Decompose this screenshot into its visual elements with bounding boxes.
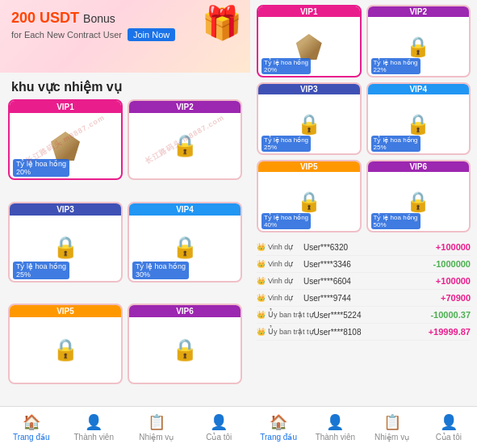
act-badge-icon-1: 👑: [257, 243, 266, 251]
rvip-card-4[interactable]: VIP4 🔒 Tỷ lệ hoa hồng25%: [366, 82, 471, 155]
rvip-card-6[interactable]: VIP6 🔒 Tỷ lệ hoa hồng50%: [366, 160, 471, 232]
rvip-card-3[interactable]: VIP3 🔒 Tỷ lệ hoa hồng25%: [257, 82, 362, 155]
left-panel: 200 USDT Bonus for Each New Contract Use…: [0, 0, 250, 448]
act-user-3: User****6604: [303, 277, 414, 286]
act-badge-text-3: Vinh dự: [268, 277, 293, 285]
bottom-nav-left: 🏠 Trang đầu 👤 Thành viên 📋 Nhiệm vụ 👤 Củ…: [0, 406, 250, 448]
profile-icon-right: 👤: [440, 413, 458, 431]
banner-bonus: Bonus: [83, 12, 115, 25]
vip-card-2[interactable]: VIP2 🔒 长江路码头 m8887.com: [128, 99, 242, 180]
nav-home-left[interactable]: 🏠 Trang đầu: [0, 407, 63, 448]
rvip5-label: Tỷ lệ hoa hồng40%: [262, 213, 311, 229]
rvip3-label: Tỷ lệ hoa hồng25%: [262, 136, 311, 152]
act-badge-text-5: Ủy ban trật tự: [268, 311, 314, 319]
profile-icon-left: 👤: [210, 413, 228, 431]
activity-row-3: 👑 Vinh dự User****6604 +100000: [257, 273, 471, 290]
vip-card-6[interactable]: VIP6 🔒: [128, 304, 242, 384]
nav-mission-left[interactable]: 📋 Nhiệm vụ: [125, 407, 188, 448]
vip1-label: Tỷ lệ hoa hồng20%: [13, 159, 69, 177]
act-badge-text-2: Vinh dự: [268, 260, 293, 268]
vip1-diamond: [51, 132, 80, 161]
act-badge-icon-4: 👑: [257, 294, 266, 302]
rvip4-lock-icon: 🔒: [406, 113, 430, 136]
act-amount-3: +100000: [414, 276, 471, 286]
vip-card-1[interactable]: VIP1 Tỷ lệ hoa hồng20% 长江路码头 m8887.com: [8, 99, 123, 180]
join-now-button[interactable]: Join Now: [128, 28, 175, 41]
nav-member-right[interactable]: 👤 Thành viên: [307, 407, 363, 448]
nav-home-right[interactable]: 🏠 Trang đầu: [250, 407, 307, 448]
nav-member-left[interactable]: 👤 Thành viên: [63, 407, 126, 448]
nav-profile-label-left: Của tôi: [206, 433, 232, 442]
mission-icon-right: 📋: [383, 413, 401, 431]
vip-card-5[interactable]: VIP5 🔒: [8, 304, 123, 384]
act-badge-4: 👑 Vinh dự: [257, 294, 303, 302]
rvip5-badge: VIP5: [258, 161, 360, 172]
act-badge-icon-5: 👑: [257, 311, 266, 319]
nav-home-label-left: Trang đầu: [13, 433, 50, 442]
act-badge-3: 👑 Vinh dự: [257, 277, 303, 285]
act-user-6: User****8108: [314, 328, 414, 337]
act-badge-text-4: Vinh dự: [268, 294, 293, 302]
act-badge-text-6: Ủy ban trật tự: [268, 328, 314, 336]
rvip1-diamond: [296, 34, 322, 60]
act-user-1: User***6320: [303, 243, 414, 252]
vip4-label: Tỷ lệ hoa hồng30%: [132, 262, 189, 279]
rvip-card-1[interactable]: VIP1 Tỷ lệ hoa hồng20%: [257, 5, 362, 77]
home-icon-right: 🏠: [270, 413, 287, 431]
rvip3-lock-icon: 🔒: [297, 113, 321, 136]
rvip-card-5[interactable]: VIP5 🔒 Tỷ lệ hoa hồng40%: [257, 160, 362, 232]
nav-member-label-right: Thành viên: [316, 433, 355, 442]
act-amount-1: +100000: [414, 242, 471, 252]
activity-row-4: 👑 Vinh dự User****9744 +70900: [257, 290, 471, 307]
act-user-5: User****5224: [314, 311, 414, 320]
banner: 200 USDT Bonus for Each New Contract Use…: [0, 0, 250, 73]
vip5-badge: VIP5: [10, 305, 121, 317]
rvip2-label: Tỷ lệ hoa hồng22%: [371, 58, 421, 74]
vip6-badge: VIP6: [129, 305, 241, 317]
rvip4-badge: VIP4: [368, 84, 470, 94]
vip4-lock-icon: 🔒: [172, 235, 198, 260]
rvip1-badge: VIP1: [258, 6, 360, 17]
vip4-badge: VIP4: [129, 203, 241, 216]
vip3-lock-icon: 🔒: [52, 235, 78, 260]
vip6-lock-icon: 🔒: [172, 337, 198, 362]
rvip6-badge: VIP6: [368, 161, 470, 172]
activity-row-2: 👑 Vinh dự User****3346 -1000000: [257, 256, 471, 273]
act-badge-5: 👑 Ủy ban trật tự: [257, 311, 314, 319]
home-icon-left: 🏠: [23, 413, 40, 431]
nav-home-label-right: Trang đầu: [260, 433, 297, 442]
vip1-badge: VIP1: [10, 101, 121, 113]
rvip4-label: Tỷ lệ hoa hồng25%: [371, 136, 421, 152]
act-badge-2: 👑 Vinh dự: [257, 260, 303, 268]
activity-row-5: 👑 Ủy ban trật tự User****5224 -10000.37: [257, 307, 471, 324]
activity-row-6: 👑 Ủy ban trật tự User****8108 +19999.87: [257, 324, 471, 341]
vip-card-4[interactable]: VIP4 🔒 Tỷ lệ hoa hồng30%: [128, 202, 242, 283]
nav-mission-label-right: Nhiệm vụ: [374, 433, 409, 442]
act-user-4: User****9744: [303, 294, 414, 303]
act-badge-icon-3: 👑: [257, 277, 266, 285]
act-amount-2: -1000000: [414, 259, 471, 269]
nav-profile-right[interactable]: 👤 Của tôi: [421, 407, 477, 448]
vip2-badge: VIP2: [129, 101, 241, 113]
act-badge-icon-2: 👑: [257, 260, 266, 268]
nav-profile-left[interactable]: 👤 Của tôi: [188, 407, 251, 448]
rvip1-label: Tỷ lệ hoa hồng20%: [262, 58, 311, 74]
vip-card-3[interactable]: VIP3 🔒 Tỷ lệ hoa hồng25%: [8, 202, 123, 283]
act-amount-6: +19999.87: [414, 327, 471, 337]
nav-member-label-left: Thành viên: [74, 433, 114, 442]
act-amount-4: +70900: [414, 293, 471, 303]
rvip2-badge: VIP2: [368, 6, 470, 17]
act-amount-5: -10000.37: [414, 310, 471, 320]
rvip3-badge: VIP3: [258, 84, 360, 94]
activity-row-1: 👑 Vinh dự User***6320 +100000: [257, 239, 471, 256]
bottom-nav-right: 🏠 Trang đầu 👤 Thành viên 📋 Nhiệm vụ 👤 Củ…: [250, 406, 477, 448]
member-icon-left: 👤: [85, 413, 103, 431]
nav-mission-right[interactable]: 📋 Nhiệm vụ: [364, 407, 421, 448]
vip5-lock-icon: 🔒: [52, 337, 78, 362]
banner-icon: 🎁: [202, 4, 242, 42]
vip3-badge: VIP3: [10, 203, 121, 216]
rvip-card-2[interactable]: VIP2 🔒 Tỷ lệ hoa hồng22%: [366, 5, 471, 77]
rvip6-label: Tỷ lệ hoa hồng50%: [371, 213, 421, 229]
vip-grid-left: VIP1 Tỷ lệ hoa hồng20% 长江路码头 m8887.com V…: [0, 99, 250, 406]
right-panel: VIP1 Tỷ lệ hoa hồng20% VIP2 🔒 Tỷ lệ hoa …: [250, 0, 477, 448]
